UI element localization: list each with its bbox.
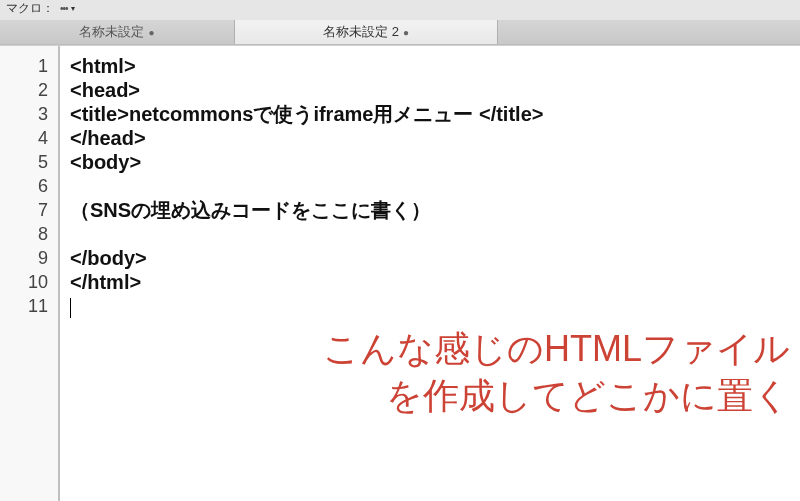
ellipsis-icon: ••• <box>60 3 68 14</box>
code-area[interactable]: <html> <head> <title>netcommonsで使うiframe… <box>60 46 800 501</box>
line-number: 2 <box>0 78 58 102</box>
line-number: 7 <box>0 198 58 222</box>
tab-bar: 名称未設定 ● 名称未設定 2 ● <box>0 20 800 45</box>
code-line: </html> <box>70 270 792 294</box>
line-number: 4 <box>0 126 58 150</box>
tab-label: 名称未設定 2 <box>323 23 399 41</box>
line-number: 5 <box>0 150 58 174</box>
code-line <box>70 174 792 198</box>
line-number: 9 <box>0 246 58 270</box>
code-line: </head> <box>70 126 792 150</box>
dirty-dot-icon: ● <box>403 27 409 38</box>
code-line: <html> <box>70 54 792 78</box>
line-number: 11 <box>0 294 58 318</box>
macro-dropdown[interactable]: ••• ▾ <box>60 3 75 14</box>
line-number: 3 <box>0 102 58 126</box>
toolbar: マクロ： ••• ▾ <box>0 0 800 20</box>
line-number: 1 <box>0 54 58 78</box>
code-line: </body> <box>70 246 792 270</box>
code-line <box>70 222 792 246</box>
tab-label: 名称未設定 <box>79 23 144 41</box>
tab-untitled-2[interactable]: 名称未設定 2 ● <box>235 20 498 44</box>
code-line: <head> <box>70 78 792 102</box>
editor-area: 1 2 3 4 5 6 7 8 9 10 11 <html> <head> <t… <box>0 45 800 501</box>
dirty-dot-icon: ● <box>148 27 154 38</box>
annotation-line: を作成してどこかに置く <box>323 373 790 420</box>
line-number: 10 <box>0 270 58 294</box>
macro-label: マクロ： <box>6 0 54 17</box>
code-line: <body> <box>70 150 792 174</box>
code-line: <title>netcommonsで使うiframe用メニュー </title> <box>70 102 792 126</box>
tab-untitled-1[interactable]: 名称未設定 ● <box>0 20 235 44</box>
annotation-overlay: こんな感じのHTMLファイル を作成してどこかに置く <box>323 326 790 420</box>
chevron-down-icon: ▾ <box>71 4 75 13</box>
code-line: （SNSの埋め込みコードをここに書く） <box>70 198 792 222</box>
text-cursor-icon <box>70 298 71 318</box>
line-number: 8 <box>0 222 58 246</box>
code-line-cursor <box>70 294 792 318</box>
line-number: 6 <box>0 174 58 198</box>
annotation-line: こんな感じのHTMLファイル <box>323 326 790 373</box>
line-number-gutter: 1 2 3 4 5 6 7 8 9 10 11 <box>0 46 60 501</box>
tab-empty-area <box>498 20 800 44</box>
